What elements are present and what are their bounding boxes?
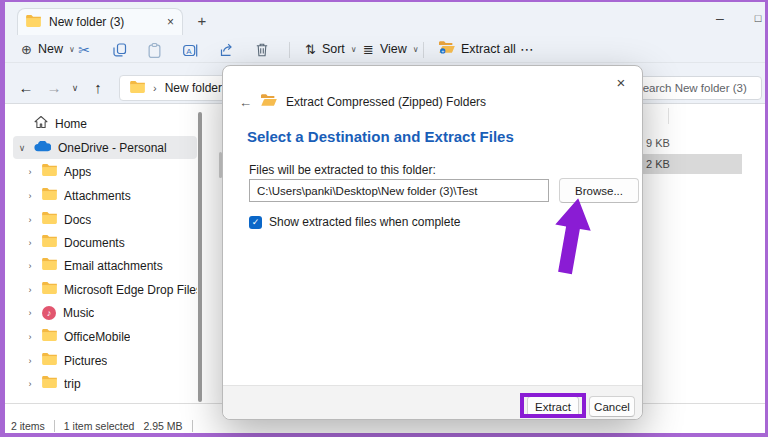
sidebar-item-edge-drop-files[interactable]: › Microsoft Edge Drop Files [13,278,197,301]
sidebar-item-home[interactable]: Home [13,112,197,135]
more-options-button[interactable]: ⋯ [515,38,539,60]
checkbox-checked-icon[interactable]: ✓ [249,216,262,229]
dialog-close-icon[interactable]: × [613,74,629,90]
tree-expanded-icon[interactable]: ∨ [17,143,27,153]
folder-icon [42,212,57,227]
folder-icon [26,13,41,31]
sidebar-item-officemobile[interactable]: › OfficeMobile [13,325,197,348]
new-tab-button[interactable]: + [193,11,211,29]
nav-forward-button[interactable]: → [45,78,63,96]
minimize-button[interactable]: – [707,8,733,28]
sidebar-item-email-attachments[interactable]: › Email attachments [13,254,197,277]
folder-icon [42,164,57,179]
maximize-button[interactable]: □ [747,8,768,28]
sidebar-scrollbar[interactable] [198,112,202,402]
destination-path-input[interactable]: C:\Users\panki\Desktop\New folder (3)\Te… [249,179,549,202]
breadcrumb-chevron-icon: › [153,82,157,94]
sidebar-item-music[interactable]: › ♪ Music [13,301,197,324]
annotation-box-extract [520,393,586,418]
status-divider [192,420,193,432]
copy-button[interactable] [109,39,131,61]
file-size-value: 9 KB [646,137,670,149]
status-divider [54,420,55,432]
tree-collapsed-icon[interactable]: › [25,191,35,201]
chevron-down-icon: ∨ [413,45,419,54]
toolbar-divider [289,42,290,58]
sidebar-item-label: OfficeMobile [64,330,130,344]
sidebar-item-label: Pictures [64,354,107,368]
status-items-count: 2 items [11,420,45,432]
circle-plus-icon: ⊕ [21,42,32,57]
screenshot-root: New folder (3) × + – □ ⊕ New ∨ ✂ A ⇅ [0,0,768,437]
rename-icon: A [183,44,198,57]
sidebar-item-label: Home [55,117,87,131]
tab-title: New folder (3) [49,15,159,29]
sidebar-item-onedrive[interactable]: ∨ OneDrive - Personal [13,136,197,159]
folder-icon [42,282,57,297]
folder-icon [42,353,57,368]
cut-button[interactable]: ✂ [73,39,95,61]
sort-button[interactable]: ⇅ Sort ∨ [299,37,363,61]
share-button[interactable] [215,39,237,61]
search-input[interactable]: Search New folder (3) [622,76,762,100]
sidebar-item-trip[interactable]: › trip [13,372,197,395]
search-input-text: Search New folder (3) [635,82,747,94]
tree-collapsed-icon[interactable]: › [25,332,35,342]
sidebar-item-label: Documents [64,236,125,250]
svg-text:+: + [441,48,444,54]
status-bar: 2 items 1 item selected 2.95 MB [11,420,193,432]
scissors-icon: ✂ [78,42,90,58]
sidebar-item-apps[interactable]: › Apps [13,160,197,183]
sidebar-item-label: Microsoft Edge Drop Files [64,283,197,297]
file-size-value: 2 KB [646,158,670,170]
view-lines-icon: ≣ [363,42,374,57]
sidebar-item-label: Music [63,306,94,320]
sort-arrows-icon: ⇅ [305,42,316,57]
dialog-back-icon[interactable]: ← [239,95,252,110]
sort-button-label: Sort [322,42,345,56]
dialog-header: ← Extract Compressed (Zipped) Folders [239,93,486,111]
paste-button[interactable] [143,39,165,61]
extract-all-button[interactable]: + Extract all [433,37,522,61]
sidebar-item-label: OneDrive - Personal [58,141,167,155]
sidebar-item-pictures[interactable]: › Pictures [13,349,197,372]
delete-button[interactable] [251,39,273,61]
cancel-button[interactable]: Cancel [589,396,635,417]
svg-text:A: A [186,46,192,55]
tree-collapsed-icon[interactable]: › [25,308,35,318]
new-button[interactable]: ⊕ New ∨ [15,37,81,61]
explorer-tab[interactable]: New folder (3) × [17,8,183,35]
music-icon: ♪ [42,306,56,320]
tree-collapsed-icon[interactable]: › [25,261,35,271]
tab-close-icon[interactable]: × [167,15,174,29]
view-button[interactable]: ≣ View ∨ [357,37,425,61]
copy-icon [113,43,127,57]
sidebar-item-docs[interactable]: › Docs [13,208,197,231]
chevron-down-icon: ∨ [351,45,357,54]
sidebar-item-label: Docs [64,213,91,227]
share-icon [219,43,233,57]
sidebar-item-documents[interactable]: › Documents [13,231,197,254]
tree-collapsed-icon[interactable]: › [25,238,35,248]
folder-icon [42,235,57,250]
onedrive-cloud-icon [34,141,51,155]
home-icon [34,115,48,132]
sidebar-item-attachments[interactable]: › Attachments [13,184,197,207]
show-files-checkbox-row[interactable]: ✓ Show extracted files when complete [249,215,460,229]
nav-history-chevron[interactable]: ∨ [69,82,81,94]
nav-back-button[interactable]: ← [17,78,35,96]
destination-label: Files will be extracted to this folder: [249,163,436,177]
nav-up-button[interactable]: ↑ [89,78,107,96]
tree-collapsed-icon[interactable]: › [25,215,35,225]
tree-collapsed-icon[interactable]: › [25,379,35,389]
tree-collapsed-icon[interactable]: › [25,285,35,295]
folder-icon [42,329,57,344]
tree-collapsed-icon[interactable]: › [25,356,35,366]
checkbox-label: Show extracted files when complete [269,215,460,229]
trash-icon [256,43,268,57]
extract-all-label: Extract all [461,42,516,56]
folder-icon [130,79,145,97]
tree-collapsed-icon[interactable]: › [25,167,35,177]
view-button-label: View [380,42,407,56]
rename-button[interactable]: A [179,39,201,61]
